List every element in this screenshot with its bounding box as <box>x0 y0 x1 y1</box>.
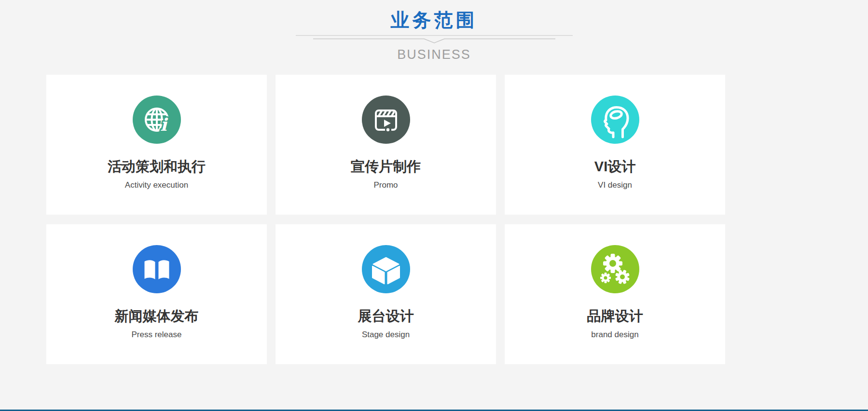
open-book-icon <box>133 245 181 293</box>
service-title: 活动策划和执行 <box>46 159 267 175</box>
head-profile-icon <box>591 96 639 144</box>
service-subtitle: Activity execution <box>46 180 267 190</box>
service-card-brand-design[interactable]: 品牌设计 brand design <box>505 224 725 364</box>
business-cards-grid: i 活动策划和执行 Activity execution <box>46 75 822 364</box>
service-subtitle: Promo <box>276 180 496 190</box>
service-card-stage-design[interactable]: 展台设计 Stage design <box>276 224 496 364</box>
section-subtitle: BUSINESS <box>0 47 868 62</box>
divider-chevron-line <box>296 35 573 44</box>
service-card-vi-design[interactable]: VI设计 VI design <box>505 75 725 215</box>
service-card-activity-execution[interactable]: i 活动策划和执行 Activity execution <box>46 75 267 215</box>
service-title: 宣传片制作 <box>276 159 496 175</box>
service-subtitle: VI design <box>505 180 725 190</box>
service-subtitle: Stage design <box>276 330 496 340</box>
gears-icon <box>591 245 639 293</box>
service-title: 展台设计 <box>276 309 496 324</box>
cube-icon <box>362 245 410 293</box>
service-title: VI设计 <box>505 159 725 175</box>
service-subtitle: brand design <box>505 330 725 340</box>
clapperboard-icon <box>362 96 410 144</box>
service-title: 新闻媒体发布 <box>46 309 267 324</box>
service-card-promo[interactable]: 宣传片制作 Promo <box>276 75 496 215</box>
service-card-press-release[interactable]: 新闻媒体发布 Press release <box>46 224 267 364</box>
service-title: 品牌设计 <box>505 309 725 324</box>
globe-info-icon: i <box>133 96 181 144</box>
business-section-header: 业务范围 BUSINESS <box>0 0 868 62</box>
section-title: 业务范围 <box>0 10 868 31</box>
service-subtitle: Press release <box>46 330 267 340</box>
